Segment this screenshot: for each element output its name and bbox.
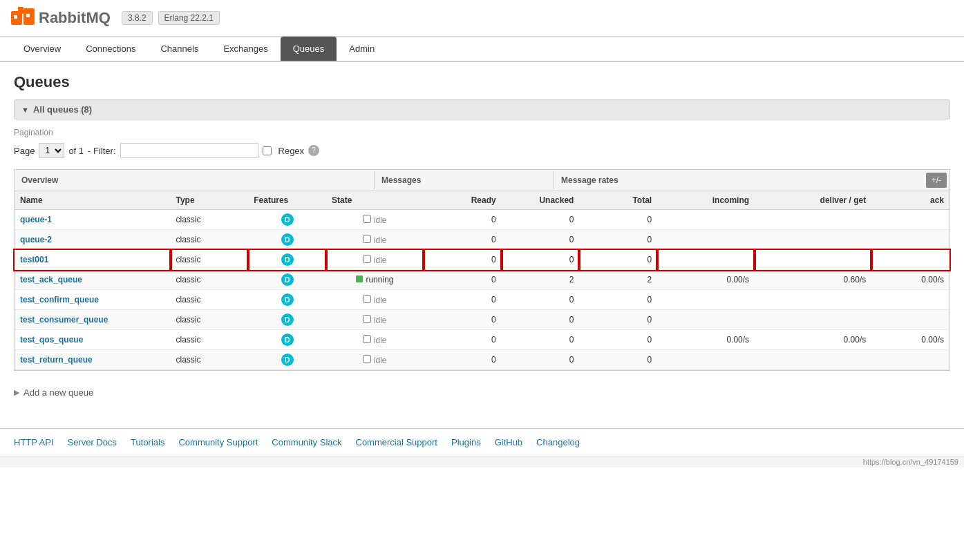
all-queues-section-header[interactable]: ▼ All queues (8) xyxy=(14,99,950,119)
queue-ready: 0 xyxy=(424,210,502,230)
table-row: test_confirm_queueclassicD idle000 xyxy=(15,290,949,310)
rabbitmq-logo-icon xyxy=(11,6,36,30)
state-checkbox[interactable] xyxy=(363,315,371,323)
queue-type: classic xyxy=(171,330,249,350)
queue-features: D xyxy=(248,210,326,230)
queue-type: classic xyxy=(171,250,249,270)
add-queue-arrow-icon: ▶ xyxy=(14,388,19,397)
queue-unacked: 0 xyxy=(502,230,580,250)
queue-total: 0 xyxy=(579,250,657,270)
svg-rect-1 xyxy=(18,7,23,14)
queue-state: idle xyxy=(326,230,424,250)
nav-admin[interactable]: Admin xyxy=(337,37,387,61)
regex-help-icon[interactable]: ? xyxy=(308,145,319,156)
queue-name-link[interactable]: test001 xyxy=(20,255,48,264)
queue-deliver-get xyxy=(755,290,871,310)
footer-link-github[interactable]: GitHub xyxy=(495,437,522,447)
durable-badge: D xyxy=(281,253,294,266)
queues-table-wrapper: Overview Messages Message rates +/- Name… xyxy=(14,169,950,371)
queue-ack: 0.00/s xyxy=(871,270,949,290)
state-checkbox[interactable] xyxy=(363,335,371,343)
add-queue-section: ▶ Add a new queue xyxy=(14,382,950,403)
col-state: State xyxy=(326,191,424,210)
regex-label: Regex xyxy=(278,146,305,156)
svg-rect-4 xyxy=(26,14,30,17)
footer-link-changelog[interactable]: Changelog xyxy=(536,437,580,447)
queue-incoming: 0.00/s xyxy=(657,330,755,350)
durable-badge: D xyxy=(281,313,294,326)
queue-total: 2 xyxy=(579,270,657,290)
state-checkbox[interactable] xyxy=(363,215,371,223)
queue-name-link[interactable]: queue-2 xyxy=(20,235,52,244)
queue-state: idle xyxy=(326,330,424,350)
queue-type: classic xyxy=(171,310,249,330)
state-label: idle xyxy=(371,296,386,305)
state-checkbox[interactable] xyxy=(363,255,371,263)
nav-overview[interactable]: Overview xyxy=(11,37,73,61)
col-ack: ack xyxy=(871,191,949,210)
queue-ack xyxy=(871,210,949,230)
state-label: idle xyxy=(371,336,386,345)
queue-state: idle xyxy=(326,350,424,370)
nav-connections[interactable]: Connections xyxy=(73,37,148,61)
footer-link-community-support[interactable]: Community Support xyxy=(178,437,258,447)
plus-minus-button[interactable]: +/- xyxy=(926,173,947,188)
queue-features: D xyxy=(248,330,326,350)
queue-unacked: 0 xyxy=(502,310,580,330)
footer-link-commercial-support[interactable]: Commercial Support xyxy=(356,437,438,447)
queue-ready: 0 xyxy=(424,270,502,290)
footer-link-http-api[interactable]: HTTP API xyxy=(14,437,54,447)
col-features: Features xyxy=(248,191,326,210)
footer-link-tutorials[interactable]: Tutorials xyxy=(131,437,164,447)
state-checkbox[interactable] xyxy=(363,235,371,243)
nav-exchanges[interactable]: Exchanges xyxy=(211,37,280,61)
nav-queues[interactable]: Queues xyxy=(281,37,337,61)
footer-link-plugins[interactable]: Plugins xyxy=(451,437,481,447)
queue-incoming xyxy=(657,350,755,370)
nav-channels[interactable]: Channels xyxy=(148,37,211,61)
queue-ack xyxy=(871,310,949,330)
add-queue-label: Add a new queue xyxy=(23,387,93,398)
queue-features: D xyxy=(248,290,326,310)
main-content: Queues ▼ All queues (8) Pagination Page … xyxy=(0,62,964,414)
queue-features: D xyxy=(248,310,326,330)
table-row: test_qos_queueclassicD idle0000.00/s0.00… xyxy=(15,330,949,350)
state-checkbox[interactable] xyxy=(363,355,371,363)
add-queue-toggle[interactable]: ▶ Add a new queue xyxy=(14,387,950,398)
queue-name-link[interactable]: test_qos_queue xyxy=(20,335,83,345)
footer: HTTP APIServer DocsTutorialsCommunity Su… xyxy=(0,428,964,456)
erlang-badge: Erlang 22.2.1 xyxy=(158,11,220,25)
section-arrow-icon: ▼ xyxy=(21,106,29,114)
col-deliver-get: deliver / get xyxy=(755,191,871,210)
queue-deliver-get: 0.60/s xyxy=(755,270,871,290)
queue-name-link[interactable]: test_consumer_queue xyxy=(20,315,108,325)
queue-ack xyxy=(871,290,949,310)
logo-text: RabbitMQ xyxy=(39,9,111,27)
queue-ready: 0 xyxy=(424,310,502,330)
queue-ack xyxy=(871,250,949,270)
queue-ack: 0.00/s xyxy=(871,330,949,350)
queue-name-link[interactable]: queue-1 xyxy=(20,215,52,224)
col-incoming: incoming xyxy=(657,191,755,210)
queue-unacked: 0 xyxy=(502,250,580,270)
queue-incoming xyxy=(657,230,755,250)
table-row: test_consumer_queueclassicD idle000 xyxy=(15,310,949,330)
queue-type: classic xyxy=(171,270,249,290)
queue-deliver-get xyxy=(755,250,871,270)
page-select[interactable]: 1 xyxy=(39,143,64,158)
footer-link-community-slack[interactable]: Community Slack xyxy=(272,437,341,447)
status-bar: https://blog.cn/vn_49174159 xyxy=(0,456,964,467)
queue-deliver-get: 0.00/s xyxy=(755,330,871,350)
queue-name-link[interactable]: test_ack_queue xyxy=(20,275,82,284)
section-title: All queues (8) xyxy=(33,104,92,115)
table-row: queue-1classicD idle000 xyxy=(15,210,949,230)
state-checkbox[interactable] xyxy=(363,295,371,303)
queue-type: classic xyxy=(171,290,249,310)
page-label: Page xyxy=(14,146,35,156)
filter-input[interactable] xyxy=(120,143,258,158)
queue-name-link[interactable]: test_return_queue xyxy=(20,355,93,365)
queue-name-link[interactable]: test_confirm_queue xyxy=(20,295,99,305)
durable-badge: D xyxy=(281,213,294,226)
regex-checkbox[interactable] xyxy=(263,146,272,155)
footer-link-server-docs[interactable]: Server Docs xyxy=(68,437,117,447)
